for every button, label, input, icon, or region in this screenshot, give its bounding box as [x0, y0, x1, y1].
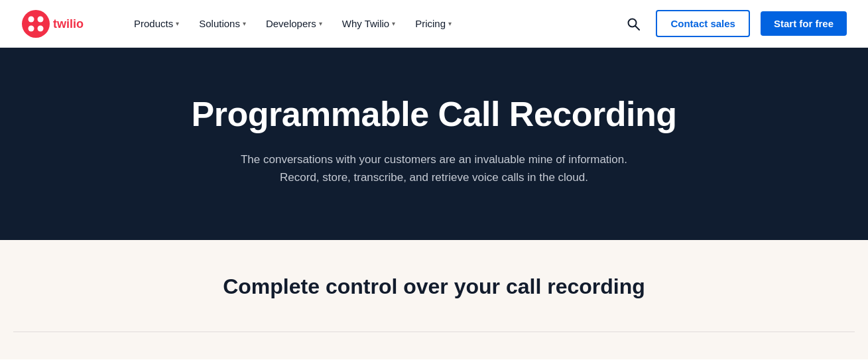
- nav-actions: Contact sales Start for free: [621, 10, 847, 37]
- chevron-down-icon: ▾: [243, 20, 246, 27]
- svg-text:twilio: twilio: [53, 17, 84, 30]
- svg-point-1: [29, 16, 34, 22]
- nav-item-developers[interactable]: Developers ▾: [258, 13, 330, 34]
- svg-line-7: [636, 26, 640, 30]
- nav-item-solutions[interactable]: Solutions ▾: [191, 13, 254, 34]
- navbar: twilio Products ▾ Solutions ▾ Developers…: [0, 0, 868, 48]
- contact-sales-button[interactable]: Contact sales: [656, 10, 750, 37]
- lower-divider: [13, 332, 855, 332]
- chevron-down-icon: ▾: [448, 20, 452, 27]
- twilio-wordmark: twilio: [53, 17, 99, 31]
- hero-subtitle: The conversations with your customers ar…: [229, 151, 640, 186]
- svg-point-3: [29, 25, 34, 31]
- search-button[interactable]: [621, 12, 645, 36]
- hero-title: Programmable Call Recording: [191, 95, 676, 135]
- svg-point-6: [629, 19, 637, 27]
- chevron-down-icon: ▾: [392, 20, 395, 27]
- svg-point-0: [22, 10, 50, 38]
- hero-section: Programmable Call Recording The conversa…: [0, 48, 868, 240]
- search-icon: [627, 17, 640, 30]
- lower-section: Complete control over your call recordin…: [0, 240, 868, 359]
- chevron-down-icon: ▾: [319, 20, 322, 27]
- nav-item-pricing[interactable]: Pricing ▾: [407, 13, 460, 34]
- chevron-down-icon: ▾: [176, 20, 179, 27]
- svg-point-4: [38, 25, 44, 31]
- nav-links: Products ▾ Solutions ▾ Developers ▾ Why …: [126, 13, 621, 34]
- nav-item-why-twilio[interactable]: Why Twilio ▾: [334, 13, 403, 34]
- svg-point-2: [38, 16, 44, 22]
- twilio-logo: [21, 9, 50, 38]
- lower-section-title: Complete control over your call recordin…: [223, 274, 645, 299]
- nav-item-products[interactable]: Products ▾: [126, 13, 187, 34]
- logo-link[interactable]: twilio: [21, 9, 99, 38]
- start-for-free-button[interactable]: Start for free: [761, 11, 847, 36]
